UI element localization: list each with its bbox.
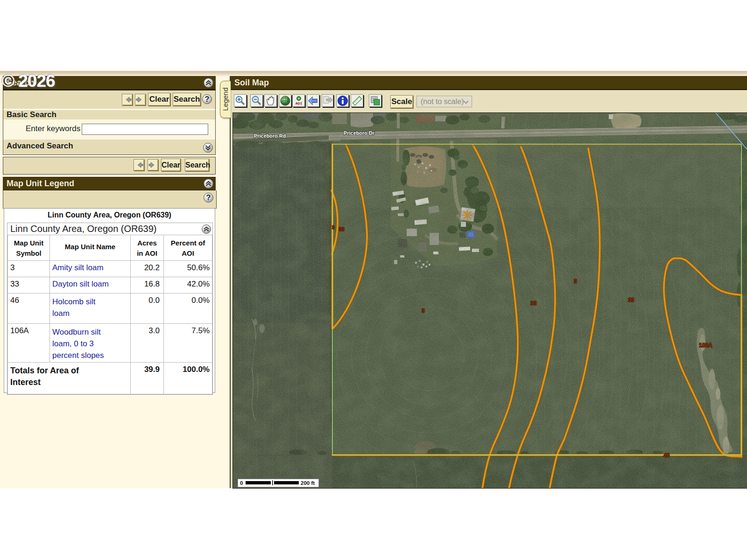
svg-text:3: 3 bbox=[332, 225, 335, 230]
svg-text:33: 33 bbox=[628, 297, 634, 303]
svg-text:AOI: AOI bbox=[296, 101, 303, 105]
svg-text:46: 46 bbox=[663, 452, 670, 459]
svg-text:Priceboro Dr: Priceboro Dr bbox=[344, 130, 374, 136]
svg-text:Priceboro Rd: Priceboro Rd bbox=[254, 133, 286, 139]
svg-text:3: 3 bbox=[574, 278, 577, 285]
svg-text:33: 33 bbox=[530, 300, 537, 307]
svg-text:3: 3 bbox=[422, 308, 425, 314]
svg-text:33: 33 bbox=[339, 226, 345, 232]
svg-text:0: 0 bbox=[240, 480, 243, 486]
svg-text:200 ft: 200 ft bbox=[301, 480, 315, 486]
svg-text:106A: 106A bbox=[699, 342, 712, 349]
